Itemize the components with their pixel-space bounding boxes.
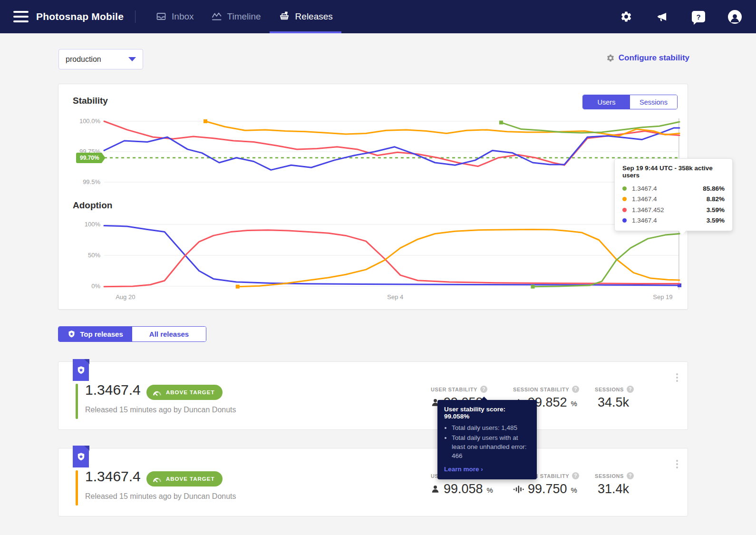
tooltip-series-name: 1.3467.4 xyxy=(632,185,703,192)
nav-item-label: Inbox xyxy=(172,11,194,22)
adoption-chart[interactable]: 100%50%0% Aug 20Sep 4Sep 19 xyxy=(104,222,679,293)
stability-target-badge: 99.70% xyxy=(76,153,106,163)
series-color-dot xyxy=(622,186,627,191)
top-navigation: Photosnap Mobile Inbox Timeline xyxy=(0,0,756,33)
help-icon[interactable]: ? xyxy=(572,472,579,479)
timeline-icon xyxy=(211,11,223,22)
tooltip-series-name: 1.3467.452 xyxy=(632,206,707,214)
card-menu-button[interactable] xyxy=(674,371,680,384)
tooltip-row: 1.3467.4 85.86% xyxy=(622,183,725,194)
series-color-dot xyxy=(622,218,627,223)
tab-top-releases[interactable]: Top releases xyxy=(58,327,132,341)
help-icon[interactable]: ? xyxy=(572,386,579,393)
stat-label: SESSIONS xyxy=(595,387,624,392)
toggle-sessions[interactable]: Sessions xyxy=(630,95,677,109)
y-axis-tick-label: 100.0% xyxy=(63,117,100,125)
megaphone-icon xyxy=(656,10,669,23)
ship-icon xyxy=(278,10,291,23)
nav-item-releases[interactable]: Releases xyxy=(270,0,341,33)
series-color-dot xyxy=(622,197,627,201)
stat-sessions: SESSIONS ? 31.4k xyxy=(595,472,634,496)
stability-adoption-panel: Stability Users Sessions 100.0%99.75%99.… xyxy=(58,84,688,310)
release-meta: Released 15 minutes ago by Duncan Donuts xyxy=(85,406,236,414)
menu-icon[interactable] xyxy=(13,11,29,22)
adoption-y-axis: 100%50%0% xyxy=(63,222,100,293)
tooltip-series-value: 3.59% xyxy=(707,206,725,214)
tab-all-releases[interactable]: All releases xyxy=(132,327,206,341)
user-stability-tooltip: User stability score: 99.058% Total dail… xyxy=(437,400,537,479)
release-meta: Released 15 minutes ago by Duncan Donuts xyxy=(85,492,236,501)
waveform-icon xyxy=(513,485,524,494)
tooltip-title: Sep 19 9:44 UTC - 358k active users xyxy=(622,165,725,179)
stat-value: 31.4k xyxy=(598,482,629,496)
gear-icon xyxy=(620,10,632,23)
inbox-icon xyxy=(155,11,167,22)
stability-title: Stability xyxy=(73,96,108,106)
tab-label: Top releases xyxy=(80,330,123,338)
tooltip-bullets: Total daily users: 1,485 Total daily use… xyxy=(444,423,530,460)
learn-more-link[interactable]: Learn more › xyxy=(444,466,483,473)
stat-sessions: SESSIONS ? 34.5k xyxy=(595,386,634,410)
nav-item-label: Releases xyxy=(295,11,333,22)
nav-item-inbox[interactable]: Inbox xyxy=(147,0,202,33)
help-icon: ? xyxy=(692,11,705,22)
help-icon[interactable]: ? xyxy=(627,472,634,479)
tooltip-series-value: 8.82% xyxy=(707,195,725,203)
nav-item-label: Timeline xyxy=(227,11,261,22)
x-axis-tick-label: Sep 4 xyxy=(378,293,412,301)
tooltip-bullet: Total daily users with at least one unha… xyxy=(452,433,530,460)
y-axis-tick-label: 50% xyxy=(63,252,100,259)
help-icon[interactable]: ? xyxy=(480,386,487,393)
release-version: 1.3467.4 xyxy=(85,382,141,398)
stat-label: SESSION STABILITY xyxy=(513,387,569,392)
user-icon xyxy=(431,485,440,494)
environment-dropdown[interactable]: production xyxy=(58,49,143,69)
stability-chart[interactable]: 100.0%99.75%99.5% 99.70% xyxy=(104,117,679,189)
adoption-chart-canvas xyxy=(104,222,679,293)
stat-value: 99.058 xyxy=(444,482,483,496)
announcements-button[interactable] xyxy=(655,10,669,24)
configure-stability-label: Configure stability xyxy=(619,53,689,63)
stat-value: 99.750 xyxy=(528,482,567,496)
release-card[interactable]: 1.3467.4 ABOVE TARGET Released 15 minute… xyxy=(58,361,688,430)
release-card[interactable]: 1.3467.4 ABOVE TARGET Released 15 minute… xyxy=(58,448,688,516)
tooltip-series-value: 85.86% xyxy=(703,185,725,192)
toggle-users[interactable]: Users xyxy=(583,95,630,109)
account-button[interactable] xyxy=(727,10,742,24)
help-icon[interactable]: ? xyxy=(627,386,634,393)
tooltip-series-name: 1.3467.4 xyxy=(632,195,707,203)
stat-value: 34.5k xyxy=(598,395,629,410)
x-axis-tick-label: Sep 19 xyxy=(646,293,679,301)
shield-star-icon xyxy=(68,330,76,338)
adoption-x-axis: Aug 20Sep 4Sep 19 xyxy=(104,292,679,302)
adoption-title: Adoption xyxy=(73,200,112,211)
tooltip-series-value: 3.59% xyxy=(707,217,725,224)
nav-utility-icons: ? xyxy=(619,10,742,24)
gauge-icon xyxy=(152,475,162,483)
top-release-bookmark-icon xyxy=(73,446,89,467)
configure-stability-link[interactable]: Configure stability xyxy=(606,53,689,63)
badge-label: ABOVE TARGET xyxy=(166,389,215,395)
series-color-dot xyxy=(622,208,627,212)
environment-value: production xyxy=(66,55,101,64)
tooltip-row: 1.3467.452 3.59% xyxy=(622,204,725,215)
y-axis-tick-label: 99.5% xyxy=(63,178,100,185)
y-axis-tick-label: 100% xyxy=(63,221,100,228)
gauge-icon xyxy=(152,388,162,397)
help-button[interactable]: ? xyxy=(691,10,706,24)
nav-divider xyxy=(135,10,136,23)
nav-item-timeline[interactable]: Timeline xyxy=(203,0,270,33)
tab-label: All releases xyxy=(149,330,189,338)
badge-label: ABOVE TARGET xyxy=(166,476,215,482)
tooltip-bullet: Total daily users: 1,485 xyxy=(452,423,530,432)
settings-button[interactable] xyxy=(619,10,633,24)
avatar-icon xyxy=(728,10,742,24)
stat-unit: % xyxy=(487,486,493,494)
tooltip-series-name: 1.3467.4 xyxy=(632,217,707,224)
card-menu-button[interactable] xyxy=(674,458,680,470)
stat-label: SESSIONS xyxy=(595,473,624,479)
tooltip-row: 1.3467.4 3.59% xyxy=(622,215,725,226)
stat-unit: % xyxy=(571,399,577,408)
users-sessions-toggle: Users Sessions xyxy=(582,95,678,109)
chevron-down-icon xyxy=(128,57,136,61)
